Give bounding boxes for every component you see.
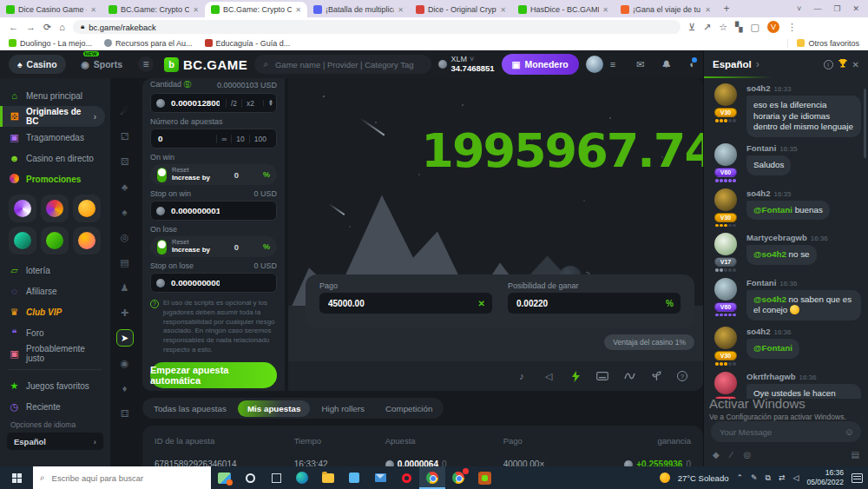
back-button[interactable]: ←: [9, 22, 18, 32]
browser-tab-active[interactable]: BC.Game: Crypto Casino Games ✕: [205, 2, 307, 17]
reload-button[interactable]: ⟳: [43, 22, 51, 33]
help-icon[interactable]: ?: [677, 371, 687, 381]
coin-drop-icon[interactable]: ◎: [743, 450, 751, 459]
avatar[interactable]: [714, 83, 737, 106]
sound-icon[interactable]: ◁: [542, 370, 555, 382]
taskbar-app-edge[interactable]: [289, 466, 315, 489]
taskbar-app-opera[interactable]: [393, 466, 419, 489]
tab-close-icon[interactable]: ✕: [90, 6, 96, 14]
double-bet-button[interactable]: x2: [241, 99, 259, 108]
chat-close-icon[interactable]: ✕: [852, 60, 859, 69]
bell-icon[interactable]: 🔔︎: [661, 59, 671, 69]
rail-game-icon[interactable]: ♣: [116, 178, 134, 195]
forward-button[interactable]: →: [26, 22, 36, 32]
sidebar-item-juegos-favoritos[interactable]: ★ Juegos favoritos: [0, 375, 110, 396]
rail-game-icon[interactable]: ✚: [116, 304, 134, 321]
user-avatar[interactable]: [586, 56, 603, 73]
window-close-button[interactable]: ✕: [852, 4, 859, 13]
rail-game-icon-active[interactable]: ➤: [116, 329, 134, 347]
taskbar-search[interactable]: ⌕: [33, 466, 211, 489]
chat-username[interactable]: Martycebragwb16:36: [746, 233, 861, 242]
avatar[interactable]: [714, 143, 737, 166]
ten-bets-button[interactable]: 10: [231, 135, 248, 143]
browser-tab[interactable]: Dice - Original Crypto Games - B ✕: [410, 2, 512, 17]
stop-on-win-field[interactable]: [150, 201, 277, 221]
amount-stepper[interactable]: ▲▼: [263, 100, 273, 106]
bcgame-logo[interactable]: b BC.GAME: [164, 57, 247, 72]
browser-tab[interactable]: Dice Casino Game - BC.GAME ✕: [0, 2, 102, 17]
start-autobet-button[interactable]: Empezar apuesta automática: [150, 362, 277, 388]
browser-tab[interactable]: BC.Game: Crypto Casino Games ✕: [102, 2, 205, 17]
tab-close-icon[interactable]: ✕: [398, 6, 404, 14]
task-view-button[interactable]: [263, 466, 289, 489]
home-button[interactable]: ⌂: [59, 22, 65, 32]
tray-pen-icon[interactable]: ✎: [751, 473, 758, 482]
tray-display-icon[interactable]: ⧉: [766, 473, 771, 483]
sidebar-item-menu-principal[interactable]: ⌂ Menu principal: [0, 85, 110, 106]
bet-amount-field[interactable]: /2 x2 ▲▼: [150, 93, 277, 113]
infinite-bets-button[interactable]: ∞: [216, 135, 231, 143]
inbox-icon[interactable]: ✉: [636, 59, 644, 70]
install-icon[interactable]: ⊻: [688, 22, 695, 33]
chat-username[interactable]: Okrtfrhagwb16:36: [746, 372, 861, 381]
other-bookmarks[interactable]: Otros favoritos: [787, 39, 859, 48]
rail-game-icon[interactable]: ♠: [116, 203, 134, 221]
bookmark-item[interactable]: Educaguía - Guía d...: [205, 39, 291, 48]
payout-input[interactable]: [326, 298, 478, 309]
trophy-icon[interactable]: [838, 56, 848, 72]
window-restore-button[interactable]: ❐: [833, 4, 840, 13]
chat-message-input[interactable]: [718, 426, 845, 438]
sidebar-item-casino-directo[interactable]: ☻ Casino en directo: [0, 148, 110, 169]
bookmark-star-icon[interactable]: ☆: [719, 22, 727, 33]
avatar[interactable]: [714, 372, 737, 394]
browser-tab[interactable]: HasDice - BC.GAME ✕: [512, 2, 615, 17]
sidebar-item-reciente[interactable]: ◷ Reciente: [0, 396, 110, 417]
avatar[interactable]: [714, 278, 737, 301]
turbo-bolt-icon[interactable]: [569, 370, 582, 382]
sidebar-item-club-vip[interactable]: ♛ Club VIP: [0, 301, 110, 322]
bookmark-item[interactable]: Duolingo - La mejo...: [9, 39, 92, 48]
on-win-value[interactable]: 0: [234, 170, 239, 180]
rail-game-icon[interactable]: ▤: [116, 254, 134, 271]
taskbar-app-cortana[interactable]: [237, 466, 263, 489]
bets-count-input[interactable]: [156, 133, 208, 144]
sidebar-item-afiliarse[interactable]: ◌ Afiliarse: [0, 281, 110, 301]
hundred-bets-button[interactable]: 100: [249, 135, 271, 143]
taskbar-app-chrome-active[interactable]: [419, 466, 445, 489]
tab-search-icon[interactable]: ˅: [797, 4, 801, 13]
chat-username[interactable]: so4h216:36: [746, 327, 861, 336]
bets-count-field[interactable]: ∞ 10 100: [150, 129, 277, 149]
promo-tile-money[interactable]: [41, 227, 69, 254]
share-icon[interactable]: ↗: [703, 22, 711, 33]
chat-username[interactable]: so4h216:33: [746, 83, 861, 93]
browser-tab[interactable]: ¡Gana el viaje de tu vida! - 25 an ✕: [615, 2, 717, 17]
taskbar-clock[interactable]: 16:36 05/06/2022: [806, 468, 844, 486]
side-panel-icon[interactable]: ▢: [751, 22, 760, 33]
promo-tile-roulette[interactable]: [41, 195, 69, 222]
sidebar-item-promociones[interactable]: Promociones: [0, 169, 110, 189]
emoji-picker-icon[interactable]: ☺: [845, 426, 854, 437]
chat-toggle-icon[interactable]: ◖: [688, 59, 694, 69]
promo-tile-coins[interactable]: [73, 227, 101, 254]
chat-scrollbar[interactable]: [864, 89, 866, 158]
rail-game-icon[interactable]: ⚁: [116, 128, 134, 145]
on-lose-toggle[interactable]: [157, 240, 167, 254]
taskbar-app-chrome-2[interactable]: [445, 466, 471, 489]
omnibox[interactable]: 🔒︎ bc.game/rakeback: [73, 20, 681, 34]
browser-tab[interactable]: ¡Batalla de multiplicadores por c ✕: [307, 2, 410, 17]
taskbar-app-mail[interactable]: [367, 466, 393, 489]
action-center-icon[interactable]: [852, 473, 863, 483]
tab-todas-las-apuestas[interactable]: Todas las apuestas: [144, 400, 236, 417]
extensions-icon[interactable]: ▚: [735, 22, 742, 33]
sidebar-item-tragamonedas[interactable]: ▣ Tragamonedas: [0, 127, 110, 148]
chat-rules-icon[interactable]: ∕: [731, 450, 733, 459]
tab-high-rollers[interactable]: High rollers: [312, 400, 374, 417]
wallet-button[interactable]: ▣ Monedero: [502, 54, 579, 75]
tray-volume-icon[interactable]: ◁: [793, 473, 799, 482]
taskbar-app-explorer[interactable]: [315, 466, 341, 489]
payout-field[interactable]: ✕: [319, 293, 492, 314]
sports-toggle[interactable]: NEW ◉ Sports: [73, 55, 131, 74]
stop-on-win-input[interactable]: [169, 205, 221, 216]
avatar[interactable]: [714, 233, 737, 255]
stop-on-lose-input[interactable]: [169, 277, 221, 288]
